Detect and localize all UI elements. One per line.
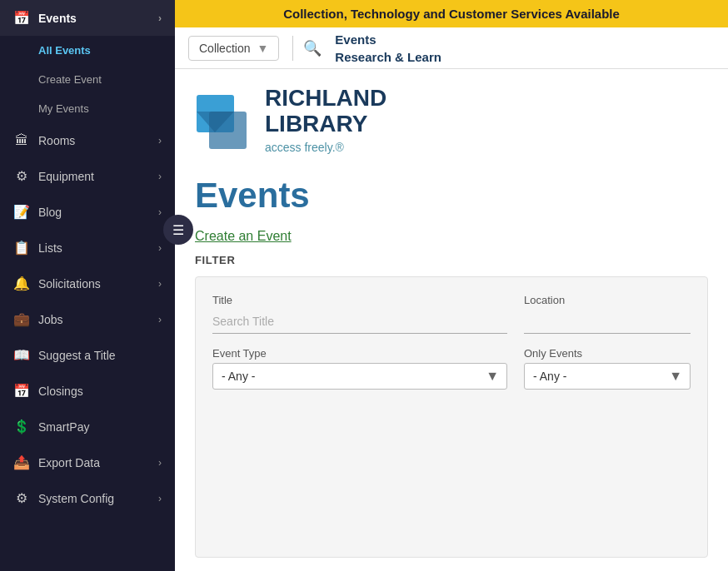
logo-name: RICHLAND LIBRARY xyxy=(265,86,386,137)
sidebar: 📅 Events › All Events Create Event My Ev… xyxy=(0,0,175,571)
sidebar-sub-label: All Events xyxy=(38,44,91,57)
sidebar-item-rooms[interactable]: 🏛 Rooms › xyxy=(0,123,175,158)
title-input[interactable] xyxy=(212,310,507,334)
collection-label: Collection xyxy=(199,42,250,55)
nav-link-events[interactable]: Events xyxy=(335,31,441,48)
filter-section: Title Location Event Type - Any - ▼ xyxy=(195,276,708,558)
filter-row-title: Title Location xyxy=(212,294,691,334)
blog-icon: 📝 xyxy=(13,204,30,220)
suggest-title-icon: 📖 xyxy=(13,347,30,363)
filter-label: FILTER xyxy=(195,254,708,266)
sidebar-item-label: Solicitations xyxy=(38,277,101,290)
content-area: Events Create an Event FILTER Title Loca… xyxy=(175,162,728,571)
only-events-select[interactable]: - Any - xyxy=(524,363,691,390)
collection-dropdown[interactable]: Collection ▼ xyxy=(188,36,279,61)
sidebar-item-jobs[interactable]: 💼 Jobs › xyxy=(0,301,175,337)
sidebar-item-label: Events xyxy=(38,12,77,25)
smartpay-icon: 💲 xyxy=(13,419,30,434)
nav-bar: Collection ▼ 🔍 Events Research & Learn xyxy=(175,27,728,69)
export-data-icon: 📤 xyxy=(13,454,30,470)
sidebar-item-label: Blog xyxy=(38,206,62,219)
chevron-right-icon: › xyxy=(158,278,162,290)
only-events-label: Only Events xyxy=(524,347,691,360)
sidebar-item-system-config[interactable]: ⚙ System Config › xyxy=(0,480,175,516)
event-type-field: Event Type - Any - ▼ xyxy=(212,347,507,390)
equipment-icon: ⚙ xyxy=(13,168,30,184)
chevron-down-icon: › xyxy=(158,12,162,24)
sidebar-item-events[interactable]: 📅 Events › xyxy=(0,0,175,36)
top-banner: Collection, Technology and Customer Serv… xyxy=(175,0,728,27)
main-content: Collection, Technology and Customer Serv… xyxy=(175,0,728,571)
search-icon[interactable]: 🔍 xyxy=(303,39,322,57)
closings-icon: 📅 xyxy=(13,383,30,399)
sidebar-item-suggest-title[interactable]: 📖 Suggest a Title xyxy=(0,337,175,373)
nav-divider xyxy=(292,36,293,61)
title-field: Title xyxy=(212,294,507,334)
logo-area: RICHLAND LIBRARY access freely.® xyxy=(175,69,728,162)
system-config-icon: ⚙ xyxy=(13,490,30,506)
sidebar-item-closings[interactable]: 📅 Closings xyxy=(0,373,175,409)
chevron-right-icon: › xyxy=(158,206,162,218)
dropdown-arrow-icon: ▼ xyxy=(257,42,268,55)
title-label: Title xyxy=(212,294,507,306)
chevron-right-icon: › xyxy=(158,135,162,146)
sidebar-item-solicitations[interactable]: 🔔 Solicitations › xyxy=(0,266,175,301)
sidebar-item-label: Export Data xyxy=(38,456,100,469)
sidebar-item-label: Closings xyxy=(38,385,83,398)
sidebar-item-label: Equipment xyxy=(38,170,94,183)
sidebar-item-label: Lists xyxy=(38,241,62,255)
only-events-field: Only Events - Any - ▼ xyxy=(524,347,691,390)
sidebar-sub-label: Create Event xyxy=(38,73,102,86)
rooms-icon: 🏛 xyxy=(13,133,30,148)
sidebar-item-blog[interactable]: 📝 Blog › xyxy=(0,194,175,230)
chevron-right-icon: › xyxy=(158,457,162,469)
sidebar-item-equipment[interactable]: ⚙ Equipment › xyxy=(0,158,175,194)
only-events-select-wrapper: - Any - ▼ xyxy=(524,363,691,390)
sidebar-item-export-data[interactable]: 📤 Export Data › xyxy=(0,444,175,480)
sidebar-sub-item-all-events[interactable]: All Events xyxy=(0,36,175,65)
logo-text: RICHLAND LIBRARY access freely.® xyxy=(265,86,386,154)
sidebar-item-label: Rooms xyxy=(38,134,75,147)
filter-row-type: Event Type - Any - ▼ Only Events - Any - xyxy=(212,347,691,390)
create-event-link[interactable]: Create an Event xyxy=(195,229,708,244)
nav-links: Events Research & Learn xyxy=(335,31,441,66)
banner-text: Collection, Technology and Customer Serv… xyxy=(283,7,620,21)
event-type-label: Event Type xyxy=(212,347,507,360)
chevron-right-icon: › xyxy=(158,314,162,325)
chevron-right-icon: › xyxy=(158,493,162,504)
chevron-right-icon: › xyxy=(158,171,162,182)
hamburger-icon: ☰ xyxy=(172,222,184,238)
lists-icon: 📋 xyxy=(13,240,30,256)
sidebar-item-label: SmartPay xyxy=(38,420,89,434)
logo-tagline: access freely.® xyxy=(265,141,386,154)
page-title: Events xyxy=(195,176,708,216)
sidebar-item-label: System Config xyxy=(38,492,114,505)
sidebar-item-label: Suggest a Title xyxy=(38,349,116,362)
location-field: Location xyxy=(524,294,691,334)
sidebar-sub-item-my-events[interactable]: My Events xyxy=(0,94,175,123)
sidebar-sub-item-create-event[interactable]: Create Event xyxy=(0,65,175,94)
sidebar-item-smartpay[interactable]: 💲 SmartPay xyxy=(0,409,175,444)
event-type-select-wrapper: - Any - ▼ xyxy=(212,363,507,390)
chevron-right-icon: › xyxy=(158,242,162,254)
library-logo-icon xyxy=(188,87,255,153)
location-label: Location xyxy=(524,294,691,306)
events-icon: 📅 xyxy=(13,10,30,26)
location-input[interactable] xyxy=(524,310,691,334)
nav-link-research[interactable]: Research & Learn xyxy=(335,48,441,66)
sidebar-item-label: Jobs xyxy=(38,313,63,326)
solicitations-icon: 🔔 xyxy=(13,276,30,291)
jobs-icon: 💼 xyxy=(13,311,30,327)
sidebar-item-lists[interactable]: 📋 Lists › xyxy=(0,230,175,266)
sidebar-sub-label: My Events xyxy=(38,102,89,115)
menu-toggle-button[interactable]: ☰ xyxy=(163,215,193,245)
event-type-select[interactable]: - Any - xyxy=(212,363,507,390)
